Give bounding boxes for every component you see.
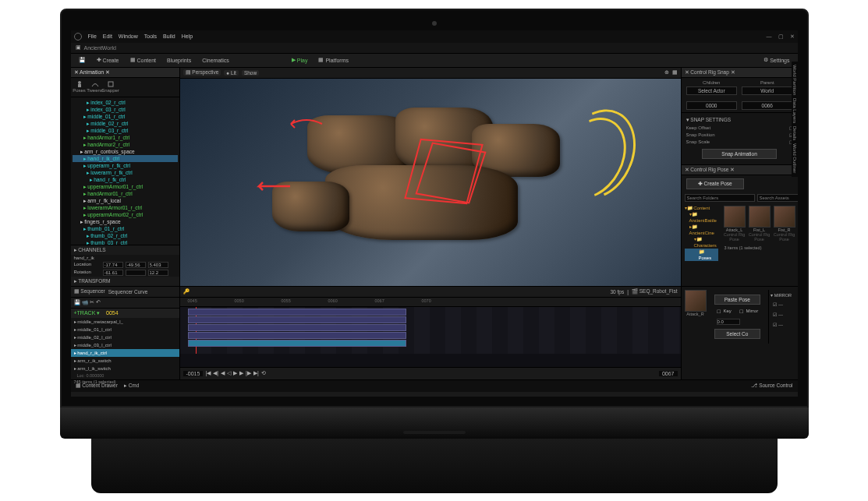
seq-track[interactable]: ▸ middle_02_l_ctrl [71, 333, 179, 341]
settings-button[interactable]: ⚙ Settings [760, 56, 792, 64]
cmd-input[interactable]: ▸ Cmd [124, 383, 140, 389]
end-frame-input[interactable]: 0066 [742, 101, 793, 110]
key-icon[interactable]: 🔑 [183, 288, 190, 295]
seq-tool-icon[interactable]: 📹 [82, 299, 88, 305]
poses-mode[interactable]: Poses [74, 80, 85, 94]
seq-tool-icon[interactable]: 💾 [74, 299, 80, 305]
tree-item[interactable]: ▸ hand_r_ik_ctrl [73, 155, 178, 162]
snap-animation-button[interactable]: Snap Animation [702, 149, 777, 159]
breadcrumb[interactable]: AncientWorld [84, 45, 117, 51]
pose-thumbnail[interactable]: Attack_LControl Rig Pose [724, 206, 746, 242]
seq-track[interactable]: ▸ arm_r_ik_switch [71, 357, 179, 365]
control-rig-snap-tab[interactable]: ✕ Control Rig Snap ✕ [682, 68, 798, 78]
next-key-icon[interactable]: |▶ [246, 370, 251, 376]
seq-track[interactable]: ▸ arm_l_ik_switch [71, 365, 179, 372]
create-pose-button[interactable]: ✚ Create Pose [686, 178, 745, 189]
create-button[interactable]: ✚ Create [94, 56, 122, 64]
close-icon[interactable]: ✕ [790, 34, 795, 40]
maximize-icon[interactable]: ▢ [778, 34, 784, 40]
seq-track[interactable]: ▸ middle_01_l_ctrl [71, 326, 179, 333]
blend-input[interactable] [717, 319, 740, 325]
sequencer-tab[interactable]: ▦ Sequencer [74, 288, 105, 295]
tree-item[interactable]: ▸ upperarmArmor02_r_ctrl [73, 211, 178, 218]
tree-item[interactable]: ▸ middle_01_r_ctrl [73, 113, 178, 120]
key-checkbox[interactable]: ☐ [717, 309, 721, 314]
source-control-button[interactable]: ⎇ Source Control [751, 383, 792, 389]
control-rig-pose-tab[interactable]: ✕ Control Rig Pose ✕ [682, 165, 798, 175]
to-start-icon[interactable]: |◀ [205, 370, 211, 376]
tree-item[interactable]: ▸ index_03_r_ctrl [73, 106, 178, 113]
snap-icon[interactable]: ▦ [672, 69, 678, 76]
seq-tool-icon[interactable]: ✂ [90, 299, 94, 305]
step-back-icon[interactable]: ◀ [221, 370, 225, 376]
minimize-icon[interactable]: — [767, 34, 772, 40]
side-tab[interactable]: Details [792, 126, 797, 140]
mirror-opt-checkbox[interactable]: ☑ ⋯ [773, 312, 783, 317]
prev-key-icon[interactable]: ◀| [213, 370, 218, 376]
tree-item[interactable]: ▸ upperarmArmor01_r_ctrl [73, 183, 178, 190]
perspective-dropdown[interactable]: ▤ Perspective [183, 69, 221, 76]
search-folders-input[interactable] [685, 194, 755, 202]
fps-dropdown[interactable]: 30 fps [610, 289, 624, 295]
side-tab[interactable]: World Partition [792, 65, 797, 95]
lit-dropdown[interactable]: ● Lit [224, 70, 239, 76]
transform-header[interactable]: ▸ TRANSFORM [71, 277, 179, 286]
side-tab[interactable]: World Outliner [792, 143, 797, 173]
loc-y-input[interactable] [126, 262, 146, 268]
folder-tree[interactable]: ▾📁 Content ▾📁 AncientBattle ▸📁 AncientCi… [682, 203, 721, 263]
tree-item[interactable]: ▸ thumb_02_r_ctrl [73, 232, 178, 239]
snapper-mode[interactable]: Snapper [105, 80, 116, 94]
show-dropdown[interactable]: Show [242, 70, 259, 76]
menu-tools[interactable]: Tools [144, 34, 157, 39]
menu-file[interactable]: File [88, 34, 97, 39]
curve-tab[interactable]: Sequencer Curve [108, 289, 148, 295]
pose-thumbnail[interactable]: Fist_RControl Rig Pose [774, 206, 795, 242]
tree-item[interactable]: ▸ handArmor1_r_ctrl [73, 134, 178, 141]
menu-window[interactable]: Window [119, 34, 138, 39]
tree-item[interactable]: ▸ handArmor01_r_ctrl [73, 190, 178, 197]
cinematics-button[interactable]: Cinematics [199, 57, 232, 64]
end-frame[interactable]: 0067 [659, 371, 678, 376]
menu-build[interactable]: Build [163, 34, 175, 39]
tree-item[interactable]: ▸ thumb_01_r_ctrl [73, 225, 178, 232]
viewport-canvas[interactable] [180, 79, 681, 286]
play-button[interactable]: ▶ Play [289, 56, 311, 64]
outliner-tree[interactable]: ▸ index_02_r_ctrl▸ index_03_r_ctrl▸ midd… [71, 97, 179, 245]
seq-track[interactable]: ▸ hand_r_ik_ctrl [71, 349, 179, 357]
play-reverse-icon[interactable]: ◁ [227, 370, 231, 376]
loop-icon[interactable]: ⟲ [261, 370, 266, 376]
timeline[interactable] [180, 307, 681, 367]
menu-edit[interactable]: Edit [103, 34, 112, 39]
play-icon[interactable]: ▶ [233, 370, 237, 376]
parent-value[interactable]: World [742, 86, 793, 95]
select-controls-button[interactable]: Select Co [714, 329, 761, 339]
step-fwd-icon[interactable]: ▶ [239, 370, 243, 376]
tree-item[interactable]: ▸ middle_03_r_ctrl [73, 127, 178, 134]
time-ruler[interactable]: 004500500055006000670070 [180, 298, 681, 307]
tree-item[interactable]: ▸ arm_r_fk_local [73, 197, 178, 204]
rot-y-input[interactable] [126, 270, 146, 276]
save-button[interactable]: 💾 [76, 56, 89, 64]
start-frame-input[interactable]: 0000 [686, 101, 738, 110]
tree-item[interactable]: ▸ handArmor2_r_ctrl [73, 141, 178, 148]
tree-item[interactable]: ▸ arm_r_controls_space [73, 148, 178, 155]
tweens-mode[interactable]: Tweens [90, 80, 101, 94]
tree-item[interactable]: ▸ upperarm_r_fk_ctrl [73, 162, 178, 169]
seq-track[interactable]: ▸ middle_03_l_ctrl [71, 341, 179, 349]
blueprints-button[interactable]: Blueprints [164, 57, 194, 64]
children-value[interactable]: Select Actor [686, 86, 738, 95]
snap-settings-header[interactable]: ▾ SNAP SETTINGS [686, 115, 793, 125]
search-assets-input[interactable] [757, 194, 798, 202]
seq-tool-icon[interactable]: ↶ [96, 299, 101, 305]
rot-z-input[interactable] [148, 270, 168, 276]
animation-tab[interactable]: ✕ Animation ✕ [71, 68, 179, 78]
rot-x-input[interactable] [103, 270, 123, 276]
tree-item[interactable]: ▸ index_02_r_ctrl [73, 99, 178, 106]
seq-track[interactable]: ▸ middle_metacarpal_l_ [71, 318, 179, 326]
paste-pose-button[interactable]: Paste Pose [714, 295, 761, 305]
tree-item[interactable]: ▸ lowerarmArmor01_r_ctrl [73, 204, 178, 211]
pose-thumbnail[interactable]: Fist_LControl Rig Pose [749, 206, 771, 242]
tree-item[interactable]: ▸ lowerarm_r_fk_ctrl [73, 169, 178, 176]
tree-item[interactable]: ▸ hand_r_fk_ctrl [73, 176, 178, 183]
shot-dropdown[interactable]: 🎬 SEQ_Robot_Fist [632, 288, 678, 295]
